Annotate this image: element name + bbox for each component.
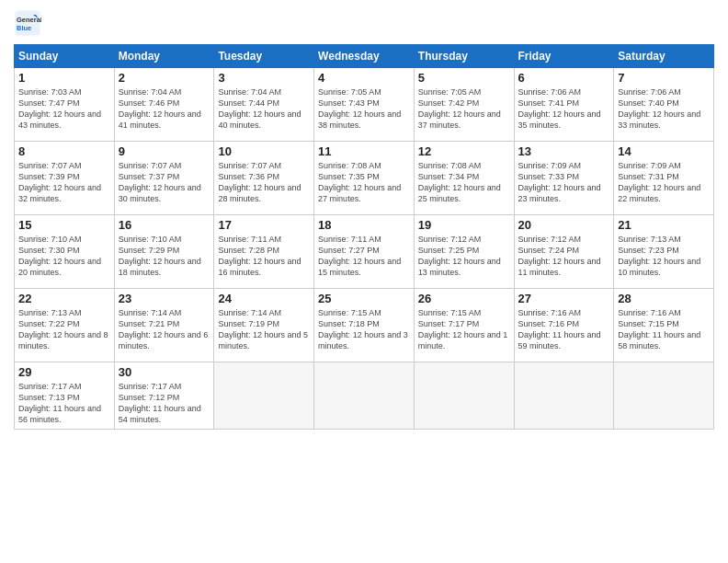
calendar-cell — [414, 362, 514, 430]
day-number: 30 — [119, 365, 210, 379]
day-info: Sunrise: 7:09 AM Sunset: 7:33 PM Dayligh… — [518, 160, 610, 205]
day-number: 13 — [518, 144, 610, 158]
svg-text:Blue: Blue — [17, 24, 31, 32]
day-info: Sunrise: 7:07 AM Sunset: 7:39 PM Dayligh… — [18, 160, 110, 205]
calendar-cell: 21 Sunrise: 7:13 AM Sunset: 7:23 PM Dayl… — [614, 215, 714, 289]
day-number: 25 — [318, 292, 410, 305]
day-number: 10 — [218, 144, 310, 158]
calendar-cell — [214, 362, 314, 430]
day-number: 22 — [18, 292, 110, 305]
day-info: Sunrise: 7:04 AM Sunset: 7:44 PM Dayligh… — [218, 86, 310, 132]
calendar-cell — [514, 362, 614, 430]
calendar-cell: 1 Sunrise: 7:03 AM Sunset: 7:47 PM Dayli… — [15, 68, 115, 142]
day-number: 6 — [518, 71, 610, 85]
day-number: 28 — [618, 292, 710, 305]
day-number: 26 — [418, 292, 510, 305]
calendar-cell: 26 Sunrise: 7:15 AM Sunset: 7:17 PM Dayl… — [414, 289, 514, 362]
calendar-cell: 4 Sunrise: 7:05 AM Sunset: 7:43 PM Dayli… — [314, 68, 415, 142]
calendar-cell: 22 Sunrise: 7:13 AM Sunset: 7:22 PM Dayl… — [15, 289, 115, 362]
calendar-cell: 6 Sunrise: 7:06 AM Sunset: 7:41 PM Dayli… — [514, 68, 614, 142]
calendar-cell: 17 Sunrise: 7:11 AM Sunset: 7:28 PM Dayl… — [214, 215, 314, 289]
calendar-cell: 12 Sunrise: 7:08 AM Sunset: 7:34 PM Dayl… — [414, 142, 514, 215]
calendar-container: General Blue SundayMondayTuesdayWednesda… — [0, 0, 728, 563]
day-number: 9 — [119, 144, 210, 158]
calendar-cell — [614, 362, 714, 430]
calendar-week-3: 15 Sunrise: 7:10 AM Sunset: 7:30 PM Dayl… — [15, 215, 714, 289]
day-number: 2 — [119, 71, 210, 85]
calendar-cell: 10 Sunrise: 7:07 AM Sunset: 7:36 PM Dayl… — [214, 142, 314, 215]
calendar-cell: 20 Sunrise: 7:12 AM Sunset: 7:24 PM Dayl… — [514, 215, 614, 289]
day-header-sunday: Sunday — [15, 45, 115, 68]
day-number: 19 — [418, 218, 510, 232]
day-info: Sunrise: 7:03 AM Sunset: 7:47 PM Dayligh… — [18, 86, 110, 132]
calendar-cell: 5 Sunrise: 7:05 AM Sunset: 7:42 PM Dayli… — [414, 68, 514, 142]
day-info: Sunrise: 7:07 AM Sunset: 7:37 PM Dayligh… — [119, 160, 210, 205]
day-info: Sunrise: 7:14 AM Sunset: 7:19 PM Dayligh… — [218, 307, 310, 352]
day-info: Sunrise: 7:12 AM Sunset: 7:24 PM Dayligh… — [518, 234, 610, 279]
day-number: 12 — [418, 144, 510, 158]
day-info: Sunrise: 7:10 AM Sunset: 7:29 PM Dayligh… — [119, 234, 210, 279]
logo-icon: General Blue — [14, 9, 41, 37]
day-number: 27 — [518, 292, 610, 305]
day-header-monday: Monday — [114, 45, 214, 68]
calendar-cell: 18 Sunrise: 7:11 AM Sunset: 7:27 PM Dayl… — [314, 215, 415, 289]
calendar-cell: 13 Sunrise: 7:09 AM Sunset: 7:33 PM Dayl… — [514, 142, 614, 215]
day-info: Sunrise: 7:08 AM Sunset: 7:34 PM Dayligh… — [418, 160, 510, 205]
day-info: Sunrise: 7:17 AM Sunset: 7:13 PM Dayligh… — [18, 381, 110, 426]
calendar-header-row: SundayMondayTuesdayWednesdayThursdayFrid… — [15, 45, 714, 68]
calendar-cell: 2 Sunrise: 7:04 AM Sunset: 7:46 PM Dayli… — [114, 68, 214, 142]
day-info: Sunrise: 7:07 AM Sunset: 7:36 PM Dayligh… — [218, 160, 310, 205]
day-number: 16 — [119, 218, 210, 232]
day-info: Sunrise: 7:12 AM Sunset: 7:25 PM Dayligh… — [418, 234, 510, 279]
day-number: 5 — [418, 71, 510, 85]
day-info: Sunrise: 7:16 AM Sunset: 7:16 PM Dayligh… — [518, 307, 610, 352]
calendar-cell: 15 Sunrise: 7:10 AM Sunset: 7:30 PM Dayl… — [15, 215, 115, 289]
day-info: Sunrise: 7:10 AM Sunset: 7:30 PM Dayligh… — [18, 234, 110, 279]
calendar-cell: 23 Sunrise: 7:14 AM Sunset: 7:21 PM Dayl… — [114, 289, 214, 362]
day-header-thursday: Thursday — [414, 45, 514, 68]
calendar-cell: 9 Sunrise: 7:07 AM Sunset: 7:37 PM Dayli… — [114, 142, 214, 215]
day-info: Sunrise: 7:13 AM Sunset: 7:22 PM Dayligh… — [18, 307, 110, 352]
day-header-tuesday: Tuesday — [214, 45, 314, 68]
calendar-cell: 29 Sunrise: 7:17 AM Sunset: 7:13 PM Dayl… — [15, 362, 115, 430]
day-number: 4 — [318, 71, 410, 85]
day-number: 8 — [18, 144, 110, 158]
day-info: Sunrise: 7:13 AM Sunset: 7:23 PM Dayligh… — [618, 234, 710, 279]
calendar-week-2: 8 Sunrise: 7:07 AM Sunset: 7:39 PM Dayli… — [15, 142, 714, 215]
day-info: Sunrise: 7:06 AM Sunset: 7:41 PM Dayligh… — [518, 86, 610, 132]
calendar-cell: 19 Sunrise: 7:12 AM Sunset: 7:25 PM Dayl… — [414, 215, 514, 289]
day-info: Sunrise: 7:17 AM Sunset: 7:12 PM Dayligh… — [119, 381, 210, 426]
logo: General Blue — [14, 9, 45, 37]
calendar-cell: 30 Sunrise: 7:17 AM Sunset: 7:12 PM Dayl… — [114, 362, 214, 430]
day-header-saturday: Saturday — [614, 45, 714, 68]
calendar-cell: 3 Sunrise: 7:04 AM Sunset: 7:44 PM Dayli… — [214, 68, 314, 142]
calendar-cell: 24 Sunrise: 7:14 AM Sunset: 7:19 PM Dayl… — [214, 289, 314, 362]
day-number: 11 — [318, 144, 410, 158]
day-number: 3 — [218, 71, 310, 85]
day-info: Sunrise: 7:14 AM Sunset: 7:21 PM Dayligh… — [119, 307, 210, 352]
day-header-friday: Friday — [514, 45, 614, 68]
day-info: Sunrise: 7:05 AM Sunset: 7:42 PM Dayligh… — [418, 86, 510, 132]
day-info: Sunrise: 7:08 AM Sunset: 7:35 PM Dayligh… — [318, 160, 410, 205]
day-info: Sunrise: 7:11 AM Sunset: 7:27 PM Dayligh… — [318, 234, 410, 279]
calendar-cell: 27 Sunrise: 7:16 AM Sunset: 7:16 PM Dayl… — [514, 289, 614, 362]
header: General Blue — [14, 9, 714, 37]
calendar-week-1: 1 Sunrise: 7:03 AM Sunset: 7:47 PM Dayli… — [15, 68, 714, 142]
day-number: 17 — [218, 218, 310, 232]
calendar-cell: 28 Sunrise: 7:16 AM Sunset: 7:15 PM Dayl… — [614, 289, 714, 362]
calendar-cell — [314, 362, 415, 430]
day-number: 14 — [618, 144, 710, 158]
day-number: 24 — [218, 292, 310, 305]
day-number: 18 — [318, 218, 410, 232]
day-info: Sunrise: 7:16 AM Sunset: 7:15 PM Dayligh… — [618, 307, 710, 352]
calendar-cell: 8 Sunrise: 7:07 AM Sunset: 7:39 PM Dayli… — [15, 142, 115, 215]
day-number: 20 — [518, 218, 610, 232]
day-number: 29 — [18, 365, 110, 379]
day-info: Sunrise: 7:15 AM Sunset: 7:18 PM Dayligh… — [318, 307, 410, 352]
day-info: Sunrise: 7:15 AM Sunset: 7:17 PM Dayligh… — [418, 307, 510, 352]
day-info: Sunrise: 7:04 AM Sunset: 7:46 PM Dayligh… — [119, 86, 210, 132]
day-header-wednesday: Wednesday — [314, 45, 415, 68]
calendar-week-5: 29 Sunrise: 7:17 AM Sunset: 7:13 PM Dayl… — [15, 362, 714, 430]
day-number: 21 — [618, 218, 710, 232]
day-number: 1 — [18, 71, 110, 85]
